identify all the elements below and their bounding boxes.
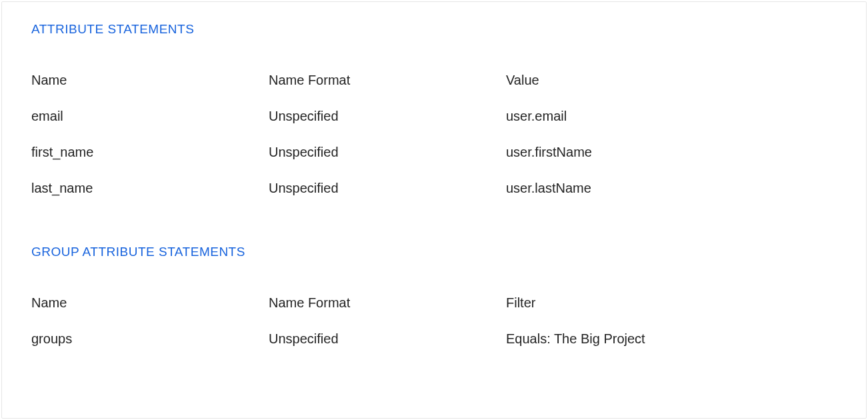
table-row: email Unspecified user.email [31, 98, 837, 134]
attr-value: user.email [506, 98, 837, 134]
attribute-table-header: Name Name Format Value [31, 62, 837, 98]
group-attribute-statements-heading: GROUP ATTRIBUTE STATEMENTS [31, 245, 837, 259]
table-row: groups Unspecified Equals: The Big Proje… [31, 321, 837, 357]
group-attr-name: groups [31, 321, 269, 357]
attr-name: last_name [31, 170, 269, 206]
attr-value: user.firstName [506, 134, 837, 170]
attributes-panel: ATTRIBUTE STATEMENTS Name Name Format Va… [1, 1, 867, 419]
group-attr-name-format: Unspecified [269, 321, 506, 357]
attr-name-format: Unspecified [269, 170, 506, 206]
attr-name: first_name [31, 134, 269, 170]
group-attr-filter: Equals: The Big Project [506, 321, 837, 357]
col-header-filter: Filter [506, 285, 837, 321]
attr-name-format: Unspecified [269, 98, 506, 134]
attr-name: email [31, 98, 269, 134]
col-header-name: Name [31, 62, 269, 98]
group-table-header: Name Name Format Filter [31, 285, 837, 321]
attr-value: user.lastName [506, 170, 837, 206]
col-header-value: Value [506, 62, 837, 98]
table-row: last_name Unspecified user.lastName [31, 170, 837, 206]
table-row: first_name Unspecified user.firstName [31, 134, 837, 170]
col-header-name-format: Name Format [269, 285, 506, 321]
col-header-name: Name [31, 285, 269, 321]
attribute-statements-heading: ATTRIBUTE STATEMENTS [31, 22, 837, 37]
col-header-name-format: Name Format [269, 62, 506, 98]
attr-name-format: Unspecified [269, 134, 506, 170]
